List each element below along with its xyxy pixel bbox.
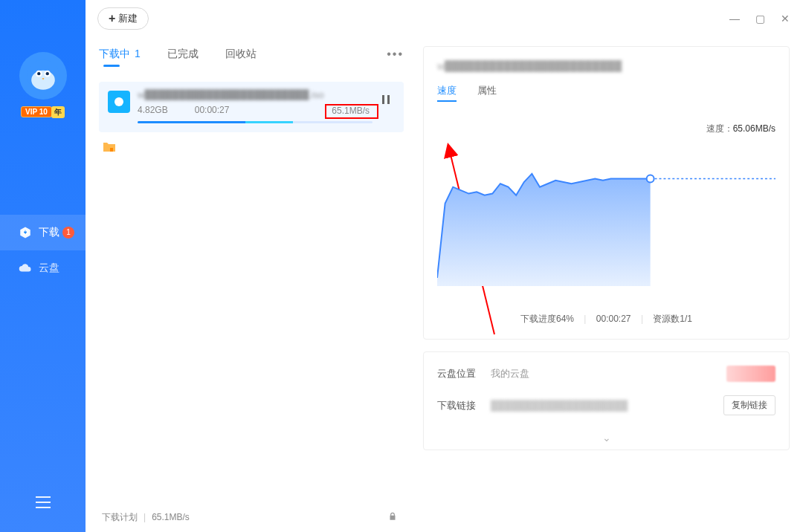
- nav-downloads[interactable]: 下载 1: [0, 215, 86, 250]
- detail-tab-speed[interactable]: 速度: [437, 84, 457, 102]
- tab-recycle[interactable]: 回收站: [225, 48, 257, 67]
- footer-speed: 65.1MB/s: [152, 512, 190, 522]
- detail-tabs: 速度 属性: [437, 84, 775, 102]
- action-button[interactable]: [726, 366, 775, 382]
- footer-plan-label: 下载计划: [102, 511, 138, 524]
- disc-icon: [108, 91, 130, 113]
- main: + 新建 — ▢ ✕ 下载中 1 已完成 回收站 ••• w██: [86, 0, 803, 532]
- detail-card-speed: w████████████████████████ 速度 属性 速度：65.06…: [423, 46, 790, 340]
- detail-panel: w████████████████████████ 速度 属性 速度：65.06…: [413, 37, 803, 532]
- cloud-location-value: 我的云盘: [491, 367, 726, 380]
- maximize-icon[interactable]: ▢: [754, 13, 766, 25]
- svg-point-12: [647, 175, 654, 182]
- plus-icon: +: [109, 12, 115, 25]
- detail-tab-props[interactable]: 属性: [477, 84, 497, 102]
- speed-current-label: 速度：65.06MB/s: [706, 123, 775, 135]
- task-speed: 65.1MB/s: [329, 105, 373, 117]
- pause-button[interactable]: [377, 91, 395, 108]
- sidebar: VIP 10 年 下载 1 云盘: [0, 0, 86, 532]
- svg-point-5: [45, 72, 48, 75]
- svg-rect-8: [387, 95, 390, 104]
- vip-suffix: 年: [51, 106, 65, 118]
- detail-metrics: 下载进度64% | 00:00:27 | 资源数1/1: [437, 313, 775, 325]
- nav: 下载 1 云盘: [0, 215, 86, 286]
- folder-icon[interactable]: [99, 141, 404, 155]
- task-name: w████████████████████████.iso: [138, 89, 373, 100]
- task-progress: [138, 121, 373, 123]
- lock-icon[interactable]: [387, 511, 398, 524]
- bird-icon: [26, 59, 60, 93]
- speed-chart: 速度：65.06MB/s: [437, 117, 775, 310]
- nav-cloud-label: 云盘: [39, 262, 59, 275]
- detail-title: w████████████████████████: [437, 60, 775, 72]
- window-controls: — ▢ ✕: [729, 13, 791, 25]
- download-link-label: 下载链接: [437, 399, 491, 412]
- pause-icon: [381, 94, 391, 105]
- tab-downloading[interactable]: 下载中 1: [99, 48, 141, 67]
- tabs-more-icon[interactable]: •••: [387, 48, 404, 67]
- new-button[interactable]: + 新建: [97, 7, 149, 30]
- collapse-icon[interactable]: ⌄: [437, 429, 775, 444]
- menu-icon[interactable]: [34, 493, 52, 511]
- nav-downloads-badge: 1: [62, 227, 74, 239]
- close-icon[interactable]: ✕: [779, 13, 791, 25]
- list-panel: 下载中 1 已完成 回收站 ••• w█████████████████████…: [86, 37, 413, 532]
- avatar[interactable]: [19, 52, 67, 100]
- tab-done[interactable]: 已完成: [167, 48, 199, 67]
- nav-downloads-label: 下载: [39, 226, 59, 239]
- vip-badge: VIP 10 年: [21, 104, 65, 118]
- new-button-label: 新建: [118, 12, 138, 25]
- list-tabs: 下载中 1 已完成 回收站 •••: [99, 37, 404, 67]
- cloud-icon: [18, 261, 33, 276]
- topbar: + 新建 — ▢ ✕: [86, 0, 803, 37]
- nav-cloud[interactable]: 云盘: [0, 250, 86, 286]
- svg-point-3: [37, 72, 40, 75]
- svg-rect-7: [382, 95, 384, 104]
- cloud-location-label: 云盘位置: [437, 367, 491, 380]
- download-icon: [18, 225, 33, 240]
- copy-link-button[interactable]: 复制链接: [723, 395, 775, 415]
- task-size: 4.82GB: [138, 105, 168, 117]
- download-link-value: ████████████████████: [491, 400, 723, 411]
- tab-downloading-count: 1: [135, 48, 141, 59]
- minimize-icon[interactable]: —: [729, 13, 741, 25]
- vip-label: VIP 10: [21, 106, 52, 117]
- detail-card-info: 云盘位置 我的云盘 下载链接 ████████████████████ 复制链接…: [423, 351, 790, 450]
- task-card[interactable]: w████████████████████████.iso 4.82GB 00:…: [99, 82, 404, 132]
- task-body: w████████████████████████.iso 4.82GB 00:…: [138, 89, 373, 123]
- svg-rect-9: [110, 148, 113, 152]
- footer: 下载计划 | 65.1MB/s: [99, 502, 404, 532]
- task-elapsed: 00:00:27: [195, 105, 230, 117]
